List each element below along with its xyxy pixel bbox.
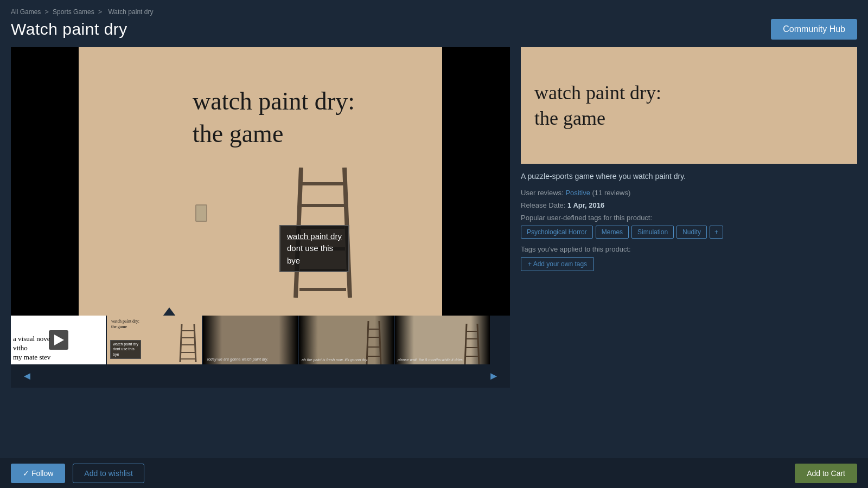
- release-date-row: Release Date: 1 Apr, 2016: [521, 201, 857, 209]
- thumbnail-0[interactable]: a visual nove vitho my mate stev: [11, 316, 106, 364]
- breadcrumb-sep2: >: [98, 8, 102, 16]
- thumb-1-tooltip: watch paint drydont use thisbye: [110, 340, 141, 359]
- main-content: watch paint dry:the game: [11, 47, 857, 388]
- bottom-bar: ✓ Follow Add to wishlist Add to Cart: [0, 458, 868, 488]
- wall-switch: [195, 204, 207, 222]
- follow-button[interactable]: ✓ Follow: [11, 464, 65, 483]
- add-to-cart-button[interactable]: Add to Cart: [795, 464, 857, 483]
- svg-line-22: [477, 324, 479, 364]
- left-panel: watch paint dry:the game: [11, 47, 510, 388]
- tooltip-title: watch paint dry: [287, 230, 342, 243]
- prev-button[interactable]: ◄: [17, 369, 37, 383]
- tag-nudity[interactable]: Nudity: [676, 226, 707, 239]
- thumb-2-caption: today we are gonna watch paint dry.: [207, 357, 268, 361]
- breadcrumb-current: Watch paint dry: [108, 8, 153, 16]
- screenshot-game-text: watch paint dry:the game: [193, 85, 355, 150]
- thumbnail-1[interactable]: watch paint dry:the game: [107, 316, 202, 364]
- thumbnails-section: a visual nove vitho my mate stev watch p…: [11, 316, 510, 388]
- breadcrumb-sports-games[interactable]: Sports Games: [53, 8, 94, 16]
- applied-tags-label: Tags you've applied to this product:: [521, 245, 857, 253]
- game-tooltip: watch paint dry dont use this bye: [279, 225, 349, 273]
- add-tags-button[interactable]: + Add your own tags: [521, 257, 594, 271]
- header-row: Watch paint dry Community Hub: [11, 19, 857, 40]
- main-media[interactable]: watch paint dry:the game: [11, 47, 510, 316]
- page-title: Watch paint dry: [11, 20, 127, 38]
- thumbnail-3[interactable]: ah the paint is fresh now. it's gonna dr…: [299, 316, 394, 364]
- thumbnail-4[interactable]: please wait. the 9 months while it dries: [395, 316, 490, 364]
- wishlist-button[interactable]: Add to wishlist: [73, 464, 144, 483]
- svg-line-21: [465, 324, 467, 364]
- tooltip-line1: dont use this: [287, 242, 342, 255]
- thumb-3-caption: ah the paint is fresh now. it's gonna dr…: [302, 358, 368, 362]
- triangle-pointer: [163, 307, 176, 316]
- svg-line-9: [194, 324, 196, 362]
- tags-row: Psychological Horror Memes Simulation Nu…: [521, 226, 857, 239]
- release-date-label: Release Date:: [521, 201, 565, 209]
- screenshot-background: watch paint dry:the game: [79, 47, 442, 316]
- game-header-title: watch paint dry:the game: [534, 80, 661, 131]
- tag-psychological-horror[interactable]: Psychological Horror: [521, 226, 593, 239]
- breadcrumb: All Games > Sports Games > Watch paint d…: [11, 8, 857, 16]
- user-reviews-label: User reviews:: [521, 189, 564, 197]
- nav-arrows: ◄ ►: [11, 364, 510, 388]
- tag-memes[interactable]: Memes: [596, 226, 629, 239]
- user-reviews-row: User reviews: Positive (11 reviews): [521, 189, 857, 197]
- black-bar-left: [11, 47, 81, 316]
- breadcrumb-all-games[interactable]: All Games: [11, 8, 41, 16]
- game-header-image: watch paint dry:the game: [521, 47, 857, 164]
- play-icon[interactable]: [49, 330, 68, 350]
- user-reviews-value[interactable]: Positive: [565, 189, 590, 197]
- release-date-value: 1 Apr, 2016: [567, 201, 604, 209]
- right-panel: watch paint dry:the game A puzzle-sports…: [521, 47, 857, 388]
- game-info: A puzzle-sports game where you watch pai…: [521, 171, 857, 271]
- tooltip-line2: bye: [287, 255, 342, 267]
- next-button[interactable]: ►: [484, 369, 503, 383]
- community-hub-button[interactable]: Community Hub: [771, 19, 857, 40]
- breadcrumb-sep1: >: [45, 8, 49, 16]
- user-reviews-count: (11 reviews): [592, 189, 631, 197]
- tag-simulation[interactable]: Simulation: [631, 226, 674, 239]
- thumbnail-2[interactable]: today we are gonna watch paint dry.: [203, 316, 298, 364]
- thumb-4-caption: please wait. the 9 months while it dries: [398, 358, 463, 362]
- svg-line-16: [379, 321, 381, 364]
- game-description: A puzzle-sports game where you watch pai…: [521, 171, 857, 182]
- tag-plus-button[interactable]: +: [710, 226, 723, 239]
- popular-tags-label: Popular user-defined tags for this produ…: [521, 214, 857, 222]
- svg-line-8: [180, 324, 182, 362]
- play-triangle-icon: [54, 335, 64, 345]
- thumbnails-row: a visual nove vitho my mate stev watch p…: [11, 316, 510, 364]
- thumb-1-text: watch paint dry:the game: [111, 319, 139, 330]
- black-bar-right: [448, 47, 510, 316]
